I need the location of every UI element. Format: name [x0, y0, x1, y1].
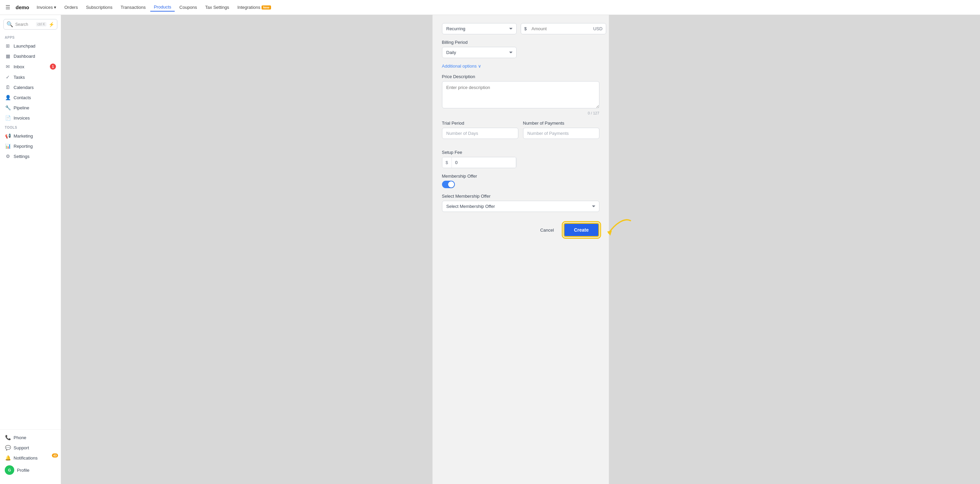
form-panel: Recurring One-time $ USD Billing Period … [433, 15, 609, 484]
price-description-textarea[interactable] [442, 81, 600, 109]
nav-item-products[interactable]: Products [150, 3, 174, 11]
amount-input-wrapper: $ USD [521, 23, 606, 34]
settings-icon: ⚙ [5, 153, 11, 159]
main-layout: 🔍 Search ctrl K ⚡ Apps ⊞ Launchpad ▦ Das… [0, 15, 980, 484]
sidebar-item-notifications[interactable]: 🔔 Notifications 43 [0, 453, 61, 463]
brand-logo: demo [16, 5, 29, 10]
nav-item-transactions[interactable]: Transactions [118, 3, 149, 11]
number-of-payments-input[interactable] [523, 128, 600, 139]
tools-section-label: Tools [0, 123, 61, 131]
setup-fee-label: Setup Fee [442, 150, 600, 155]
price-description-label: Price Description [442, 74, 600, 79]
invoices-icon: 📄 [5, 115, 11, 121]
sidebar-item-tasks[interactable]: ✓ Tasks [0, 72, 61, 82]
recurring-select[interactable]: Recurring One-time [442, 23, 517, 34]
sidebar-item-profile[interactable]: G Profile [0, 463, 61, 477]
search-bar[interactable]: 🔍 Search ctrl K ⚡ [3, 19, 57, 30]
membership-offer-toggle[interactable] [442, 181, 455, 188]
sidebar-item-marketing[interactable]: 📢 Marketing [0, 131, 61, 141]
membership-offer-group: Membership Offer [442, 174, 600, 188]
apps-section-label: Apps [0, 33, 61, 41]
sidebar-item-support[interactable]: 💬 Support [0, 442, 61, 453]
sidebar-item-dashboard[interactable]: ▦ Dashboard [0, 51, 61, 61]
sidebar-item-pipeline[interactable]: 🔧 Pipeline [0, 102, 61, 113]
main-content: Recurring One-time $ USD Billing Period … [61, 15, 980, 484]
trial-period-label: Trial Period [442, 121, 518, 126]
create-button-container: Create [563, 223, 600, 237]
sidebar-item-phone[interactable]: 📞 Phone [0, 432, 61, 442]
toggle-knob [448, 181, 454, 187]
chevron-down-icon: ∨ [478, 64, 481, 69]
support-icon: 💬 [5, 445, 11, 450]
sidebar-item-contacts[interactable]: 👤 Contacts [0, 93, 61, 102]
billing-period-label: Billing Period [442, 40, 600, 45]
nav-item-integrations[interactable]: Integrations New [234, 3, 274, 11]
sidebar-item-settings[interactable]: ⚙ Settings [0, 151, 61, 161]
nav-item-subscriptions[interactable]: Subscriptions [83, 3, 116, 11]
membership-offer-label: Membership Offer [442, 174, 600, 179]
number-of-days-input[interactable] [442, 128, 518, 139]
sidebar-item-calendars[interactable]: 🗓 Calendars [0, 82, 61, 93]
setup-fee-input-wrapper: $ USD [442, 157, 517, 168]
menu-icon[interactable]: ☰ [5, 4, 10, 11]
setup-fee-group: Setup Fee $ USD [442, 150, 600, 168]
launchpad-icon: ⊞ [5, 43, 11, 49]
amount-input[interactable] [530, 24, 590, 34]
nav-item-tax-settings[interactable]: Tax Settings [202, 3, 233, 11]
select-membership-group: Select Membership Offer Select Membershi… [442, 193, 600, 212]
sidebar-item-launchpad[interactable]: ⊞ Launchpad [0, 41, 61, 51]
reporting-icon: 📊 [5, 143, 11, 149]
number-of-payments-label: Number of Payments [523, 121, 600, 126]
setup-fee-input[interactable] [452, 157, 515, 168]
top-nav-links: Invoices ▾ Orders Subscriptions Transact… [33, 3, 975, 11]
svg-marker-0 [607, 231, 612, 236]
inbox-icon: ✉ [5, 64, 11, 69]
additional-options-toggle[interactable]: Additional options ∨ [442, 64, 600, 69]
phone-icon: 📞 [5, 435, 11, 440]
bolt-icon: ⚡ [49, 22, 54, 27]
marketing-icon: 📢 [5, 133, 11, 139]
nav-item-invoices[interactable]: Invoices ▾ [33, 3, 60, 11]
create-button[interactable]: Create [563, 223, 600, 237]
avatar: G [5, 465, 14, 475]
nav-item-coupons[interactable]: Coupons [176, 3, 200, 11]
nav-item-orders[interactable]: Orders [61, 3, 81, 11]
select-membership-select[interactable]: Select Membership Offer [442, 201, 600, 212]
sidebar-item-reporting[interactable]: 📊 Reporting [0, 141, 61, 151]
trial-payments-row: Trial Period Number of Payments [442, 121, 600, 144]
dashboard-icon: ▦ [5, 53, 11, 59]
arrow-annotation [600, 213, 637, 240]
sidebar-item-invoices[interactable]: 📄 Invoices [0, 113, 61, 123]
price-description-group: Price Description 0 / 127 [442, 74, 600, 115]
top-nav: ☰ demo Invoices ▾ Orders Subscriptions T… [0, 0, 980, 15]
select-membership-label: Select Membership Offer [442, 193, 600, 199]
billing-period-select[interactable]: Daily Weekly Monthly Yearly [442, 47, 517, 58]
notifications-icon: 🔔 [5, 455, 11, 460]
number-of-payments-group: Number of Payments [523, 121, 600, 139]
search-icon: 🔍 [6, 21, 13, 27]
form-footer-wrapper: Cancel Create [442, 223, 600, 237]
trial-period-group: Trial Period [442, 121, 518, 139]
recurring-amount-row: Recurring One-time $ USD [442, 23, 600, 34]
calendars-icon: 🗓 [5, 85, 11, 90]
billing-period-group: Billing Period Daily Weekly Monthly Year… [442, 40, 600, 58]
char-count: 0 / 127 [442, 111, 600, 115]
sidebar-bottom: 📞 Phone 💬 Support 🔔 Notifications 43 G P… [0, 429, 61, 480]
tasks-icon: ✓ [5, 74, 11, 80]
membership-offer-toggle-wrapper [442, 181, 600, 188]
form-footer: Cancel Create [442, 223, 600, 237]
sidebar-item-inbox[interactable]: ✉ Inbox 1 [0, 61, 61, 72]
sidebar: 🔍 Search ctrl K ⚡ Apps ⊞ Launchpad ▦ Das… [0, 15, 61, 484]
pipeline-icon: 🔧 [5, 105, 11, 110]
cancel-button[interactable]: Cancel [535, 225, 559, 235]
contacts-icon: 👤 [5, 95, 11, 100]
